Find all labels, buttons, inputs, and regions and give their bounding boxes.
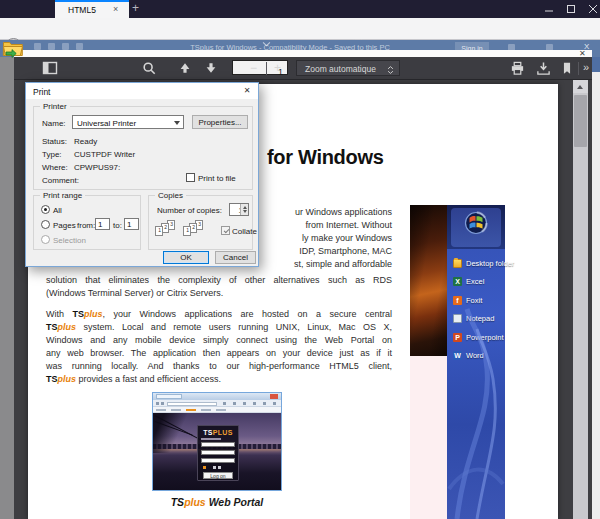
type-value: CUSTPDF Writer (74, 150, 135, 159)
paragraph-line: st, simple and affordable (238, 258, 392, 271)
range-selection-radio (41, 235, 50, 244)
word-quickaccess-icon (48, 43, 55, 50)
to-input[interactable] (124, 218, 139, 230)
paragraph-line: TSplus provides a fast and efficient acc… (46, 373, 392, 386)
range-pages-label: Pages (53, 221, 76, 230)
login-field (201, 442, 235, 447)
mini-browser-titlebar (153, 393, 281, 400)
collate-illustration: 3 2 1 3 2 1 (155, 220, 215, 246)
status-label: Status: (42, 137, 67, 146)
mini-tab (156, 394, 182, 399)
navigation-bar: ← → terminalserviceplus.ddns.net/softwar… (0, 18, 600, 40)
pdf-toolbar: sur 2 − + Zoom automatique » (14, 57, 592, 80)
group-label: Print range (40, 191, 85, 200)
vista-start-menu-image: Desktop folder X Excel f Foxit Notepad P… (447, 205, 505, 519)
download-icon[interactable] (536, 61, 551, 76)
print-dialog: Print ✕ Printer Name: Universal Printer … (25, 82, 259, 267)
tab-close-icon[interactable]: × (113, 4, 118, 14)
paragraph-line: was running locally. And thanks to our h… (46, 360, 392, 373)
scroll-up-icon[interactable] (573, 80, 588, 93)
paragraph-line: ur Windows applications (238, 206, 392, 219)
group-label: Copies (155, 191, 186, 200)
printer-name-select[interactable]: Universal Printer (72, 115, 184, 129)
paragraph-line: (Windows Terminal Server) or Citrix Serv… (46, 287, 392, 300)
print-icon[interactable] (510, 61, 525, 76)
night-city-photo: TSPLUS Log on (153, 413, 281, 490)
zoom-select[interactable]: Zoom automatique (296, 60, 400, 76)
dialog-title: Print (33, 87, 50, 97)
paragraph-line: from Internet. Without (238, 219, 392, 232)
range-selection-label: Selection (53, 236, 86, 245)
toolbar-more-icon[interactable]: » (583, 61, 589, 73)
pdf-scrollbar[interactable] (573, 80, 588, 519)
group-label: Printer (40, 102, 70, 111)
where-label: Where: (42, 163, 68, 172)
windows-orb-icon (464, 211, 488, 235)
pdf-find-icon[interactable] (142, 61, 156, 75)
copies-label: Number of copies: (157, 206, 222, 215)
logon-button: Log on (203, 472, 233, 479)
from-label: from: (77, 221, 95, 230)
properties-button[interactable]: Properties... (192, 115, 248, 129)
tab-html5[interactable]: HTML5 × (55, 0, 129, 18)
divider (266, 62, 267, 75)
ribbon-collapse-icon[interactable] (262, 41, 271, 47)
canyon-photo-shade (410, 205, 447, 356)
dialog-titlebar[interactable]: Print ✕ (26, 83, 258, 99)
collate-checkbox (221, 226, 230, 235)
image-background (410, 356, 447, 519)
printer-group: Printer Name: Universal Printer Properti… (33, 106, 253, 190)
window-minimize-button[interactable] (543, 3, 555, 15)
from-input[interactable] (95, 218, 110, 230)
bookmark-icon[interactable] (560, 61, 574, 76)
range-all-label: All (53, 206, 62, 215)
mini-browser-navbar (153, 400, 281, 407)
domain-field (201, 458, 235, 463)
paragraph-line: TSplus system. Local and remote users ru… (46, 321, 392, 334)
paragraph-line: IDP, Smartphone, MAC (238, 245, 392, 258)
collate-label: Collate (232, 227, 257, 236)
ok-button[interactable]: OK (163, 251, 209, 264)
portal-login-panel: TSPLUS Log on (197, 425, 239, 481)
cancel-button[interactable]: Cancel (215, 251, 256, 264)
word-quickaccess-icon (34, 43, 41, 50)
document-heading: for Windows (267, 146, 384, 169)
screen: HTML5 × + ← → terminalserviceplus.ddns.n… (0, 0, 600, 519)
copies-group: Copies Number of copies: 3 2 1 3 2 1 Col… (148, 195, 253, 250)
scrollbar-thumb[interactable] (574, 95, 587, 147)
new-tab-button[interactable]: + (132, 1, 139, 15)
window-close-button[interactable] (587, 3, 599, 15)
word-quickaccess-icon (62, 43, 69, 50)
word-quickaccess-icon (76, 43, 83, 50)
word-left-edge (0, 57, 14, 519)
pdf-sidebar-toggle-icon[interactable] (42, 61, 58, 75)
mini-close-icon (270, 394, 278, 399)
zoom-in-button[interactable]: + (274, 61, 281, 75)
password-field (201, 450, 235, 455)
copies-spinner[interactable] (229, 203, 249, 216)
paragraph-line: solution that eliminates the complexity … (46, 274, 392, 287)
dialog-close-icon[interactable]: ✕ (240, 86, 254, 97)
pdf-prev-page-icon[interactable] (178, 61, 192, 75)
tab-bar: HTML5 × + (0, 0, 600, 18)
folder-download-icon[interactable] (2, 38, 24, 58)
range-pages-radio[interactable] (41, 220, 50, 229)
vista-swirl-decoration (447, 249, 505, 519)
name-label: Name: (42, 119, 66, 128)
divider (578, 62, 579, 75)
image-caption: TSplus Web Portal (127, 496, 307, 508)
type-label: Type: (42, 150, 62, 159)
comment-label: Comment: (42, 176, 79, 185)
to-label: to: (113, 221, 122, 230)
range-all-radio[interactable] (41, 205, 50, 214)
menu-header-band (447, 205, 505, 249)
print-to-file-checkbox[interactable] (186, 173, 195, 182)
print-range-group: Print range All Pages from: to: Selectio… (33, 195, 141, 250)
tsplus-logo: TSPLUS (198, 429, 238, 436)
pdf-next-page-icon[interactable] (204, 61, 218, 75)
window-maximize-button[interactable] (565, 3, 577, 15)
zoom-out-button[interactable]: − (250, 61, 257, 75)
paragraph-line: ly make your Windows (238, 232, 392, 245)
status-value: Ready (74, 137, 97, 146)
web-portal-image: TSPLUS Log on (152, 392, 282, 491)
